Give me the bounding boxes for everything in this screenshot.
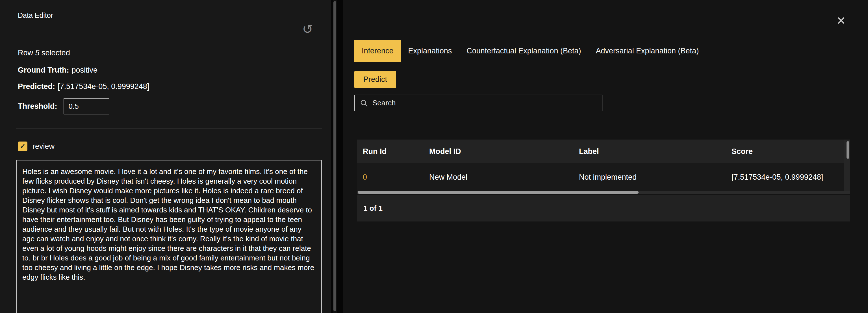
column-header-run-id: Run Id bbox=[357, 147, 424, 156]
predicted-label: Predicted: bbox=[18, 82, 55, 91]
ground-truth-value: positive bbox=[71, 66, 97, 74]
page-title: Data Editor bbox=[18, 11, 53, 20]
threshold-row: Threshold: bbox=[18, 98, 110, 115]
threshold-input[interactable] bbox=[64, 98, 110, 115]
table-footer: 1 of 1 bbox=[357, 195, 850, 221]
table-horizontal-scrollbar[interactable] bbox=[357, 191, 850, 194]
predicted-row: Predicted:[7.517534e-05, 0.9999248] bbox=[18, 82, 149, 91]
review-checkbox[interactable]: ✓ bbox=[18, 142, 27, 151]
column-header-label: Label bbox=[573, 147, 726, 156]
tab-counterfactual-explanation[interactable]: Counterfactual Explanation (Beta) bbox=[459, 40, 588, 62]
table-header-row: Run Id Model ID Label Score bbox=[357, 139, 850, 163]
undo-icon[interactable]: ↺ bbox=[302, 23, 313, 36]
threshold-label: Threshold: bbox=[18, 102, 57, 111]
review-checkbox-label: review bbox=[32, 142, 55, 151]
column-header-model-id: Model ID bbox=[424, 147, 573, 156]
ground-truth-label: Ground Truth: bbox=[18, 66, 69, 74]
table-row[interactable]: 0 New Model Not implemented [7.517534e-0… bbox=[357, 163, 850, 191]
review-checkbox-row[interactable]: ✓ review bbox=[18, 142, 55, 151]
cell-model-id: New Model bbox=[424, 173, 573, 182]
row-label-prefix: Row bbox=[18, 49, 33, 57]
inference-panel: × Inference Explanations Counterfactual … bbox=[343, 0, 868, 313]
cell-run-id[interactable]: 0 bbox=[357, 173, 424, 182]
review-textarea[interactable]: Holes is an awesome movie. I love it a l… bbox=[16, 160, 322, 313]
search-box[interactable] bbox=[354, 95, 602, 111]
ground-truth-row: Ground Truth:positive bbox=[18, 66, 97, 74]
tab-inference[interactable]: Inference bbox=[354, 40, 401, 62]
search-icon bbox=[360, 99, 368, 107]
check-icon: ✓ bbox=[20, 143, 25, 150]
row-label-suffix: selected bbox=[41, 49, 70, 57]
runs-table: Run Id Model ID Label Score 0 New Model … bbox=[357, 139, 850, 221]
pagination-text: 1 of 1 bbox=[363, 204, 382, 213]
divider bbox=[16, 128, 322, 129]
column-header-score: Score bbox=[726, 147, 850, 156]
row-selected-text: Row 5 selected bbox=[18, 49, 70, 57]
cell-score: [7.517534e-05, 0.9999248] bbox=[726, 173, 850, 182]
page-vertical-scrollbar-thumb[interactable] bbox=[333, 1, 336, 311]
search-input[interactable] bbox=[372, 99, 597, 107]
predicted-value: [7.517534e-05, 0.9999248] bbox=[58, 82, 149, 91]
table-vertical-scrollbar-thumb[interactable] bbox=[846, 141, 849, 159]
data-editor-panel: Data Editor ↺ Row 5 selected Ground Trut… bbox=[0, 0, 331, 313]
row-number: 5 bbox=[35, 49, 39, 57]
tab-bar: Inference Explanations Counterfactual Ex… bbox=[354, 40, 706, 62]
table-horizontal-scrollbar-thumb[interactable] bbox=[358, 191, 639, 194]
cell-label: Not implemented bbox=[573, 173, 726, 182]
close-icon[interactable]: × bbox=[837, 13, 845, 28]
tab-adversarial-explanation[interactable]: Adversarial Explanation (Beta) bbox=[588, 40, 706, 62]
tab-explanations[interactable]: Explanations bbox=[401, 40, 459, 62]
table-vertical-scrollbar[interactable] bbox=[844, 139, 850, 194]
page-vertical-scrollbar[interactable] bbox=[333, 0, 337, 313]
predict-button[interactable]: Predict bbox=[354, 71, 396, 88]
